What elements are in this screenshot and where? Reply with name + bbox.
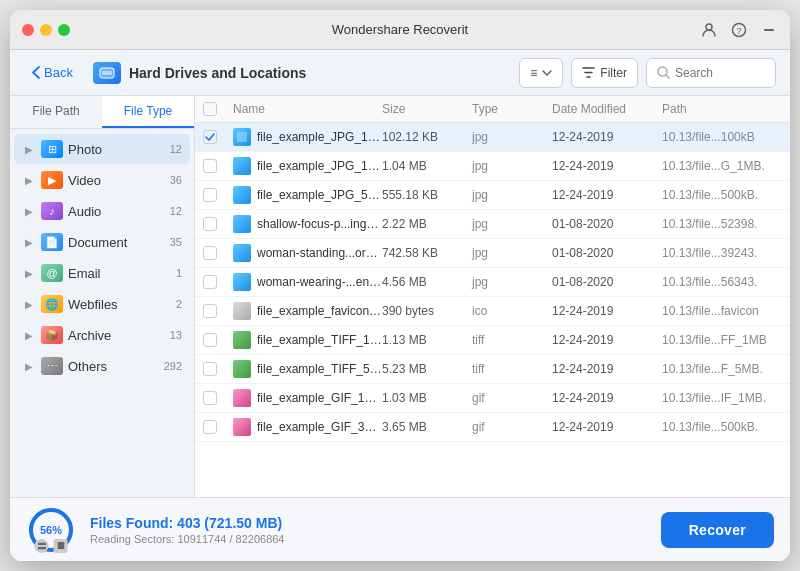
file-size: 742.58 KB <box>382 246 472 260</box>
help-icon[interactable]: ? <box>730 21 748 39</box>
main-content: Name Size Type Date Modified Path file_e… <box>195 96 790 497</box>
tab-filepath[interactable]: File Path <box>10 96 102 128</box>
row-checkbox[interactable] <box>203 275 217 289</box>
sidebar-item-video[interactable]: ▶ ▶ Video 36 <box>14 165 190 195</box>
table-row[interactable]: shallow-focus-p...ing-3352398.jpg 2.22 M… <box>195 210 790 239</box>
file-name-cell: file_example_TIFF_5MB.tiff <box>233 360 382 378</box>
search-input[interactable] <box>675 66 760 80</box>
file-name: file_example_JPG_1MB.jpg <box>257 159 382 173</box>
expand-icon: ▶ <box>22 142 36 156</box>
sidebar-item-audio[interactable]: ▶ ♪ Audio 12 <box>14 196 190 226</box>
sidebar-item-others[interactable]: ▶ ⋯ Others 292 <box>14 351 190 381</box>
search-box[interactable] <box>646 58 776 88</box>
col-date: Date Modified <box>552 102 662 116</box>
expand-icon: ▶ <box>22 359 36 373</box>
filter-button[interactable]: Filter <box>571 58 638 88</box>
file-name-cell: shallow-focus-p...ing-3352398.jpg <box>233 215 382 233</box>
others-icon: ⋯ <box>41 357 63 375</box>
file-name-cell: woman-wearing-...en-3456343.jpg <box>233 273 382 291</box>
file-name: woman-standing...ore-3439243.jpg <box>257 246 382 260</box>
file-path: 10.13/file...favicon <box>662 304 782 318</box>
file-name: file_example_JPG_100kB.jpg <box>257 130 382 144</box>
row-checkbox[interactable] <box>203 130 217 144</box>
file-type-icon <box>233 389 251 407</box>
sidebar: File Path File Type ▶ ⊞ Photo 12 ▶ ▶ Vid… <box>10 96 195 497</box>
back-button[interactable]: Back <box>24 61 81 84</box>
app-window: Wondershare Recoverit ? <box>10 10 790 561</box>
sidebar-item-email[interactable]: ▶ @ Email 1 <box>14 258 190 288</box>
table-row[interactable]: file_example_GIF_3500kB.gif 3.65 MB gif … <box>195 413 790 442</box>
tab-filetype[interactable]: File Type <box>102 96 194 128</box>
sidebar-item-archive[interactable]: ▶ 📦 Archive 13 <box>14 320 190 350</box>
close-button[interactable] <box>22 24 34 36</box>
row-checkbox[interactable] <box>203 362 217 376</box>
select-all-checkbox[interactable] <box>203 102 217 116</box>
table-row[interactable]: woman-standing...ore-3439243.jpg 742.58 … <box>195 239 790 268</box>
row-checkbox[interactable] <box>203 159 217 173</box>
file-name: file_example_GIF_3500kB.gif <box>257 420 382 434</box>
file-name-cell: file_example_favicon.ico <box>233 302 382 320</box>
row-checkbox[interactable] <box>203 333 217 347</box>
row-checkbox[interactable] <box>203 217 217 231</box>
sidebar-item-photo[interactable]: ▶ ⊞ Photo 12 <box>14 134 190 164</box>
files-found-count: 403 <box>177 515 200 531</box>
file-type: tiff <box>472 362 552 376</box>
svg-rect-10 <box>38 547 46 550</box>
file-name: shallow-focus-p...ing-3352398.jpg <box>257 217 382 231</box>
files-found: Files Found: 403 (721.50 MB) <box>90 515 647 531</box>
table-header: Name Size Type Date Modified Path <box>195 96 790 123</box>
file-name: file_example_favicon.ico <box>257 304 382 318</box>
table-row[interactable]: woman-wearing-...en-3456343.jpg 4.56 MB … <box>195 268 790 297</box>
sidebar-item-document[interactable]: ▶ 📄 Document 35 <box>14 227 190 257</box>
progress-ring: 56% <box>26 505 76 555</box>
menu-button[interactable]: ≡ <box>519 58 563 88</box>
row-checkbox[interactable] <box>203 188 217 202</box>
hard-drive-icon <box>93 62 121 84</box>
traffic-lights <box>22 24 70 36</box>
stop-button[interactable] <box>54 539 68 553</box>
file-size: 1.13 MB <box>382 333 472 347</box>
content-area: File Path File Type ▶ ⊞ Photo 12 ▶ ▶ Vid… <box>10 96 790 497</box>
file-type-icon <box>233 360 251 378</box>
table-body: file_example_JPG_100kB.jpg 102.12 KB jpg… <box>195 123 790 497</box>
pause-button[interactable] <box>35 539 49 553</box>
file-type: ico <box>472 304 552 318</box>
sidebar-item-webfiles[interactable]: ▶ 🌐 Webfiles 2 <box>14 289 190 319</box>
svg-rect-3 <box>764 29 774 31</box>
row-checkbox[interactable] <box>203 304 217 318</box>
table-row[interactable]: file_example_TIFF_5MB.tiff 5.23 MB tiff … <box>195 355 790 384</box>
recover-button[interactable]: Recover <box>661 512 774 548</box>
table-row[interactable]: file_example_JPG_500kB.jpg 555.18 KB jpg… <box>195 181 790 210</box>
table-row[interactable]: file_example_GIF_1MB.gif 1.03 MB gif 12-… <box>195 384 790 413</box>
file-type-icon <box>233 215 251 233</box>
row-checkbox[interactable] <box>203 420 217 434</box>
table-row[interactable]: file_example_TIFF_1MB.tiff 1.13 MB tiff … <box>195 326 790 355</box>
file-type-icon <box>233 157 251 175</box>
svg-rect-5 <box>102 71 112 75</box>
file-name-cell: file_example_JPG_100kB.jpg <box>233 128 382 146</box>
user-icon[interactable] <box>700 21 718 39</box>
row-checkbox[interactable] <box>203 246 217 260</box>
table-row[interactable]: file_example_favicon.ico 390 bytes ico 1… <box>195 297 790 326</box>
maximize-button[interactable] <box>58 24 70 36</box>
col-size: Size <box>382 102 472 116</box>
file-date: 01-08-2020 <box>552 246 662 260</box>
file-size: 1.04 MB <box>382 159 472 173</box>
window-minimize-icon[interactable] <box>760 21 778 39</box>
row-checkbox[interactable] <box>203 391 217 405</box>
file-type: jpg <box>472 217 552 231</box>
table-row[interactable]: file_example_JPG_100kB.jpg 102.12 KB jpg… <box>195 123 790 152</box>
file-type: jpg <box>472 246 552 260</box>
file-path: 10.13/file...FF_1MB <box>662 333 782 347</box>
app-title: Wondershare Recoverit <box>332 22 468 37</box>
archive-icon: 📦 <box>41 326 63 344</box>
bottom-info: Files Found: 403 (721.50 MB) Reading Sec… <box>90 515 647 545</box>
file-name: woman-wearing-...en-3456343.jpg <box>257 275 382 289</box>
minimize-button[interactable] <box>40 24 52 36</box>
file-size: 555.18 KB <box>382 188 472 202</box>
file-date: 01-08-2020 <box>552 217 662 231</box>
email-icon: @ <box>41 264 63 282</box>
file-name-cell: file_example_GIF_3500kB.gif <box>233 418 382 436</box>
file-type-icon <box>233 186 251 204</box>
table-row[interactable]: file_example_JPG_1MB.jpg 1.04 MB jpg 12-… <box>195 152 790 181</box>
